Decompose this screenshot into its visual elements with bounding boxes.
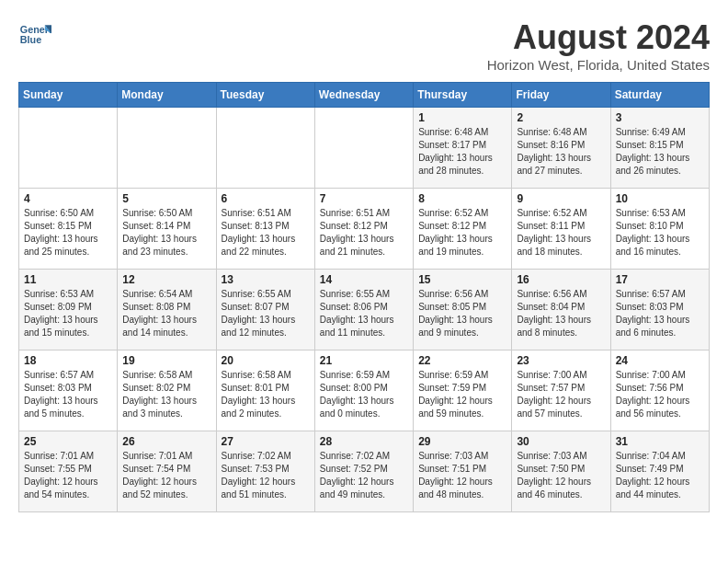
day-info: Sunrise: 6:53 AMSunset: 8:10 PMDaylight:… bbox=[616, 207, 704, 259]
calendar-cell: 10Sunrise: 6:53 AMSunset: 8:10 PMDayligh… bbox=[610, 189, 709, 270]
logo: General Blue bbox=[18, 18, 51, 52]
day-info: Sunrise: 7:00 AMSunset: 7:56 PMDaylight:… bbox=[616, 369, 704, 420]
calendar-cell: 12Sunrise: 6:54 AMSunset: 8:08 PMDayligh… bbox=[118, 270, 216, 350]
day-info: Sunrise: 6:57 AMSunset: 8:03 PMDaylight:… bbox=[616, 288, 704, 339]
day-number: 10 bbox=[616, 192, 704, 205]
calendar-cell bbox=[314, 108, 413, 189]
day-number: 2 bbox=[517, 111, 605, 124]
day-number: 31 bbox=[616, 435, 704, 448]
day-info: Sunrise: 6:51 AMSunset: 8:12 PMDaylight:… bbox=[320, 207, 408, 259]
day-number: 26 bbox=[122, 435, 210, 448]
calendar-week-row: 4Sunrise: 6:50 AMSunset: 8:15 PMDaylight… bbox=[19, 189, 710, 270]
day-info: Sunrise: 6:56 AMSunset: 8:04 PMDaylight:… bbox=[517, 288, 605, 339]
calendar-cell: 8Sunrise: 6:52 AMSunset: 8:12 PMDaylight… bbox=[414, 189, 512, 270]
day-info: Sunrise: 6:58 AMSunset: 8:01 PMDaylight:… bbox=[222, 369, 310, 420]
day-number: 11 bbox=[24, 273, 112, 286]
calendar-cell: 30Sunrise: 7:03 AMSunset: 7:50 PMDayligh… bbox=[512, 431, 610, 512]
day-number: 23 bbox=[517, 354, 605, 367]
calendar-cell: 26Sunrise: 7:01 AMSunset: 7:54 PMDayligh… bbox=[118, 431, 216, 512]
day-info: Sunrise: 6:49 AMSunset: 8:15 PMDaylight:… bbox=[616, 126, 704, 178]
day-info: Sunrise: 7:02 AMSunset: 7:53 PMDaylight:… bbox=[222, 450, 310, 501]
day-info: Sunrise: 6:55 AMSunset: 8:07 PMDaylight:… bbox=[222, 288, 310, 339]
calendar-cell: 2Sunrise: 6:48 AMSunset: 8:16 PMDaylight… bbox=[512, 108, 610, 189]
day-number: 24 bbox=[616, 354, 704, 367]
calendar-cell: 13Sunrise: 6:55 AMSunset: 8:07 PMDayligh… bbox=[216, 270, 314, 350]
weekday-header-tuesday: Tuesday bbox=[216, 83, 314, 108]
weekday-header-friday: Friday bbox=[512, 83, 610, 108]
calendar-cell: 9Sunrise: 6:52 AMSunset: 8:11 PMDaylight… bbox=[512, 189, 610, 270]
day-info: Sunrise: 6:57 AMSunset: 8:03 PMDaylight:… bbox=[24, 369, 112, 420]
day-info: Sunrise: 7:03 AMSunset: 7:51 PMDaylight:… bbox=[418, 450, 506, 501]
calendar-cell: 23Sunrise: 7:00 AMSunset: 7:57 PMDayligh… bbox=[512, 350, 610, 431]
calendar-table: SundayMondayTuesdayWednesdayThursdayFrid… bbox=[18, 82, 710, 512]
day-number: 6 bbox=[222, 192, 310, 205]
calendar-cell: 17Sunrise: 6:57 AMSunset: 8:03 PMDayligh… bbox=[610, 270, 709, 350]
day-number: 4 bbox=[24, 192, 112, 205]
day-number: 16 bbox=[517, 273, 605, 286]
calendar-cell: 19Sunrise: 6:58 AMSunset: 8:02 PMDayligh… bbox=[118, 350, 216, 431]
day-number: 8 bbox=[418, 192, 506, 205]
calendar-cell bbox=[19, 108, 118, 189]
day-number: 28 bbox=[320, 435, 408, 448]
day-info: Sunrise: 7:02 AMSunset: 7:52 PMDaylight:… bbox=[320, 450, 408, 501]
calendar-cell: 20Sunrise: 6:58 AMSunset: 8:01 PMDayligh… bbox=[216, 350, 314, 431]
calendar-week-row: 25Sunrise: 7:01 AMSunset: 7:55 PMDayligh… bbox=[19, 431, 710, 512]
calendar-title: August 2024 bbox=[487, 18, 710, 57]
day-info: Sunrise: 7:01 AMSunset: 7:54 PMDaylight:… bbox=[122, 450, 210, 501]
weekday-header-thursday: Thursday bbox=[414, 83, 512, 108]
weekday-header-wednesday: Wednesday bbox=[314, 83, 413, 108]
calendar-cell: 1Sunrise: 6:48 AMSunset: 8:17 PMDaylight… bbox=[414, 108, 512, 189]
day-info: Sunrise: 7:00 AMSunset: 7:57 PMDaylight:… bbox=[517, 369, 605, 420]
weekday-header-sunday: Sunday bbox=[19, 83, 118, 108]
day-number: 21 bbox=[320, 354, 408, 367]
calendar-cell: 14Sunrise: 6:55 AMSunset: 8:06 PMDayligh… bbox=[314, 270, 413, 350]
day-info: Sunrise: 6:59 AMSunset: 8:00 PMDaylight:… bbox=[320, 369, 408, 420]
calendar-cell: 28Sunrise: 7:02 AMSunset: 7:52 PMDayligh… bbox=[314, 431, 413, 512]
day-number: 15 bbox=[418, 273, 506, 286]
day-number: 17 bbox=[616, 273, 704, 286]
day-info: Sunrise: 7:01 AMSunset: 7:55 PMDaylight:… bbox=[24, 450, 112, 501]
day-number: 3 bbox=[616, 111, 704, 124]
day-info: Sunrise: 6:48 AMSunset: 8:17 PMDaylight:… bbox=[418, 126, 506, 178]
weekday-header-row: SundayMondayTuesdayWednesdayThursdayFrid… bbox=[19, 83, 710, 108]
calendar-week-row: 11Sunrise: 6:53 AMSunset: 8:09 PMDayligh… bbox=[19, 270, 710, 350]
calendar-cell: 5Sunrise: 6:50 AMSunset: 8:14 PMDaylight… bbox=[118, 189, 216, 270]
calendar-cell bbox=[216, 108, 314, 189]
day-info: Sunrise: 6:55 AMSunset: 8:06 PMDaylight:… bbox=[320, 288, 408, 339]
day-info: Sunrise: 7:03 AMSunset: 7:50 PMDaylight:… bbox=[517, 450, 605, 501]
day-number: 5 bbox=[122, 192, 210, 205]
calendar-subtitle: Horizon West, Florida, United States bbox=[487, 57, 710, 73]
day-info: Sunrise: 6:50 AMSunset: 8:15 PMDaylight:… bbox=[24, 207, 112, 259]
calendar-cell: 16Sunrise: 6:56 AMSunset: 8:04 PMDayligh… bbox=[512, 270, 610, 350]
day-info: Sunrise: 6:52 AMSunset: 8:12 PMDaylight:… bbox=[418, 207, 506, 259]
day-number: 19 bbox=[122, 354, 210, 367]
day-number: 7 bbox=[320, 192, 408, 205]
day-info: Sunrise: 6:51 AMSunset: 8:13 PMDaylight:… bbox=[222, 207, 310, 259]
day-info: Sunrise: 6:54 AMSunset: 8:08 PMDaylight:… bbox=[122, 288, 210, 339]
calendar-cell: 27Sunrise: 7:02 AMSunset: 7:53 PMDayligh… bbox=[216, 431, 314, 512]
calendar-cell: 25Sunrise: 7:01 AMSunset: 7:55 PMDayligh… bbox=[19, 431, 118, 512]
day-info: Sunrise: 6:59 AMSunset: 7:59 PMDaylight:… bbox=[418, 369, 506, 420]
page-header: General Blue August 2024 Horizon West, F… bbox=[18, 18, 710, 73]
day-info: Sunrise: 6:53 AMSunset: 8:09 PMDaylight:… bbox=[24, 288, 112, 339]
logo-icon: General Blue bbox=[18, 18, 51, 52]
day-number: 9 bbox=[517, 192, 605, 205]
calendar-cell: 24Sunrise: 7:00 AMSunset: 7:56 PMDayligh… bbox=[610, 350, 709, 431]
day-number: 14 bbox=[320, 273, 408, 286]
weekday-header-saturday: Saturday bbox=[610, 83, 709, 108]
day-number: 29 bbox=[418, 435, 506, 448]
day-number: 22 bbox=[418, 354, 506, 367]
weekday-header-monday: Monday bbox=[118, 83, 216, 108]
calendar-cell: 6Sunrise: 6:51 AMSunset: 8:13 PMDaylight… bbox=[216, 189, 314, 270]
calendar-week-row: 1Sunrise: 6:48 AMSunset: 8:17 PMDaylight… bbox=[19, 108, 710, 189]
calendar-cell: 22Sunrise: 6:59 AMSunset: 7:59 PMDayligh… bbox=[414, 350, 512, 431]
day-number: 25 bbox=[24, 435, 112, 448]
day-info: Sunrise: 6:52 AMSunset: 8:11 PMDaylight:… bbox=[517, 207, 605, 259]
day-number: 1 bbox=[418, 111, 506, 124]
calendar-cell: 4Sunrise: 6:50 AMSunset: 8:15 PMDaylight… bbox=[19, 189, 118, 270]
day-info: Sunrise: 6:56 AMSunset: 8:05 PMDaylight:… bbox=[418, 288, 506, 339]
calendar-week-row: 18Sunrise: 6:57 AMSunset: 8:03 PMDayligh… bbox=[19, 350, 710, 431]
calendar-cell bbox=[118, 108, 216, 189]
calendar-cell: 21Sunrise: 6:59 AMSunset: 8:00 PMDayligh… bbox=[314, 350, 413, 431]
day-info: Sunrise: 7:04 AMSunset: 7:49 PMDaylight:… bbox=[616, 450, 704, 501]
